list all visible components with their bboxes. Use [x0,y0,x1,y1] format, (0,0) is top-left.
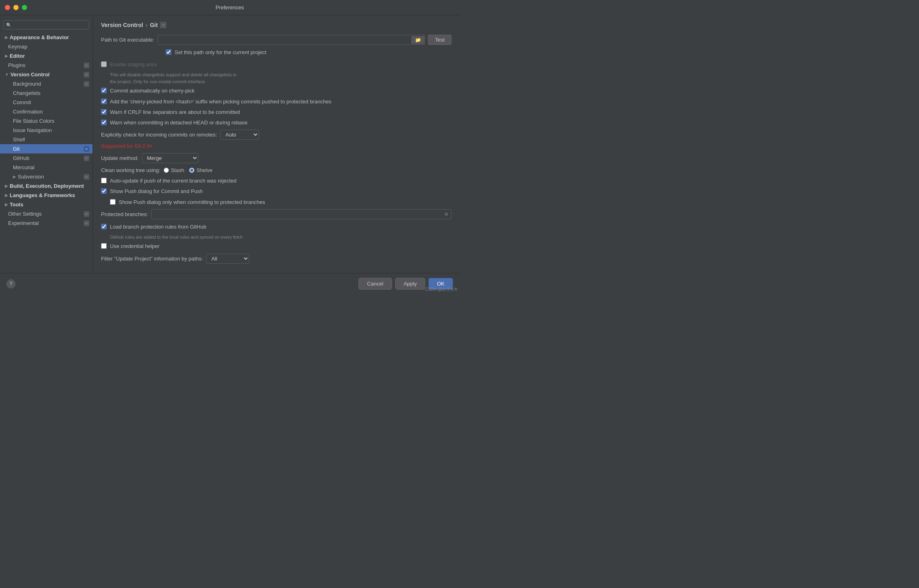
filter-select[interactable]: All Changed None [206,254,249,264]
load-branch-row: Load branch protection rules from GitHub [101,223,451,231]
protected-branches-label: Protected branches: [101,211,148,217]
sidebar-item-editor[interactable]: ▶ Editor [0,51,93,61]
sidebar-item-label: Build, Execution, Deployment [10,183,84,189]
show-push-checkbox[interactable] [101,188,107,194]
search-input[interactable] [3,20,89,29]
update-method-row: Update method: Merge Rebase Branch Defau… [101,153,451,163]
sidebar-item-label: Background [13,81,41,87]
sidebar-item-keymap[interactable]: Keymap [0,42,93,51]
browse-button[interactable]: 📁 [411,36,424,44]
sidebar-item-label: Plugins [8,62,25,68]
sidebar-item-plugins[interactable]: Plugins ≡ [0,61,93,70]
commit-cherry-checkbox[interactable] [101,88,107,93]
sidebar-item-label: Version Control [11,71,50,78]
sidebar-item-version-control[interactable]: ▼ Version Control ≡ [0,70,93,79]
sidebar-item-background[interactable]: Background ≡ [0,79,93,88]
chevron-right-icon: ▶ [13,174,16,179]
sidebar-item-github[interactable]: GitHub ≡ [0,153,93,163]
path-label: Path to Git executable: [101,37,154,43]
settings-icon: ≡ [84,81,89,87]
sidebar-item-shelf[interactable]: Shelf [0,135,93,144]
add-suffix-checkbox[interactable] [101,99,107,104]
title-bar: Preferences [0,0,460,15]
footer-left: ? [6,279,15,288]
sidebar-item-label: Mercurial [13,164,34,170]
path-row: Path to Git executable: /usr/bin/git 📁 T… [101,35,451,45]
add-suffix-label: Add the 'cherry-picked from <hash>' suff… [110,98,331,105]
close-button[interactable] [5,5,10,10]
explicitly-check-select[interactable]: Auto Always Never [220,130,259,140]
sidebar-item-label: Git [13,146,20,152]
sidebar-item-label: Shelf [13,136,25,143]
sidebar-item-git[interactable]: Git ≡ [0,144,93,153]
sidebar-item-label: Languages & Frameworks [10,192,75,198]
sidebar-item-languages[interactable]: ▶ Languages & Frameworks [0,191,93,200]
path-input[interactable]: /usr/bin/git [158,35,412,44]
search-box[interactable]: 🔍 [3,20,89,29]
show-push-only-checkbox[interactable] [110,199,116,205]
sidebar-item-label: Experimental [8,220,39,226]
enable-staging-label: Enable staging area [110,61,157,68]
warn-detached-checkbox[interactable] [101,120,107,125]
warn-detached-row: Warn when committing in detached HEAD or… [101,119,451,126]
sidebar-item-tools[interactable]: ▶ Tools [0,200,93,209]
sidebar-item-label: Commit [13,99,31,105]
maximize-button[interactable] [22,5,27,10]
load-branch-checkbox[interactable] [101,224,107,229]
settings-icon: ≡ [84,155,89,161]
sidebar-item-other-settings[interactable]: Other Settings ≡ [0,209,93,218]
window-controls[interactable] [5,5,27,10]
explicitly-check-label: Explicitly check for incoming commits on… [101,132,217,138]
cancel-button[interactable]: Cancel [358,278,392,290]
sidebar-item-subversion[interactable]: ▶ Subversion ≡ [0,172,93,181]
stash-radio[interactable] [164,168,169,173]
use-credential-checkbox[interactable] [101,243,107,249]
auto-update-checkbox[interactable] [101,178,107,183]
sidebar-item-build[interactable]: ▶ Build, Execution, Deployment [0,181,93,191]
stash-option: Stash [164,167,184,173]
sidebar-item-appearance[interactable]: ▶ Appearance & Behavior [0,33,93,42]
main-layout: 🔍 ▶ Appearance & Behavior Keymap ▶ Edito… [0,15,460,294]
warn-detached-label: Warn when committing in detached HEAD or… [110,119,248,126]
test-button[interactable]: Test [428,35,451,45]
sidebar-item-label: Other Settings [8,211,42,217]
settings-icon: ≡ [84,63,89,68]
sidebar-item-changelists[interactable]: Changelists [0,88,93,98]
show-push-only-label: Show Push dialog only when committing to… [119,199,265,206]
protected-branches-row: Protected branches: master ✕ [101,209,451,219]
protected-input-wrap: master ✕ [151,209,451,219]
sidebar-item-issue-navigation[interactable]: Issue Navigation [0,126,93,135]
update-method-select[interactable]: Merge Rebase Branch Default [142,153,198,163]
shelve-radio[interactable] [189,168,194,173]
sidebar-item-label: Appearance & Behavior [10,34,69,40]
sidebar-item-file-status-colors[interactable]: File Status Colors [0,116,93,126]
enable-staging-subtext: This will disable changelists support an… [110,71,451,85]
sidebar-item-experimental[interactable]: Experimental ≡ [0,218,93,228]
protected-branches-input[interactable]: master [152,210,442,219]
enable-staging-checkbox[interactable] [101,61,107,67]
add-suffix-row: Add the 'cherry-picked from <hash>' suff… [101,98,451,105]
set-path-checkbox[interactable] [166,49,171,55]
breadcrumb: Version Control › Git ≡ [101,22,451,28]
warn-crlf-label: Warn if CRLF line separators are about t… [110,109,240,116]
stash-label: Stash [171,167,184,173]
load-branch-subtext: GitHub rules are added to the local rule… [110,234,451,241]
commit-cherry-label: Commit automatically on cherry-pick [110,87,195,94]
clear-button[interactable]: ✕ [442,210,451,218]
sidebar-item-commit[interactable]: Commit [0,98,93,107]
clean-tree-row: Clean working tree using: Stash Shelve [101,167,451,173]
breadcrumb-current: Git [150,22,158,28]
sidebar-item-label: Keymap [8,44,27,50]
sidebar: 🔍 ▶ Appearance & Behavior Keymap ▶ Edito… [0,15,93,294]
sidebar-item-mercurial[interactable]: Mercurial [0,163,93,172]
warn-crlf-checkbox[interactable] [101,109,107,115]
sidebar-item-confirmation[interactable]: Confirmation [0,107,93,116]
help-button[interactable]: ? [6,279,15,288]
minimize-button[interactable] [13,5,19,10]
sidebar-item-label: Changelists [13,90,40,96]
apply-button[interactable]: Apply [395,278,426,290]
show-push-label: Show Push dialog for Commit and Push [110,188,203,195]
content-area: Version Control › Git ≡ Path to Git exec… [93,15,460,273]
set-path-row: Set this path only for the current proje… [166,49,451,56]
settings-icon: ≡ [84,72,89,78]
